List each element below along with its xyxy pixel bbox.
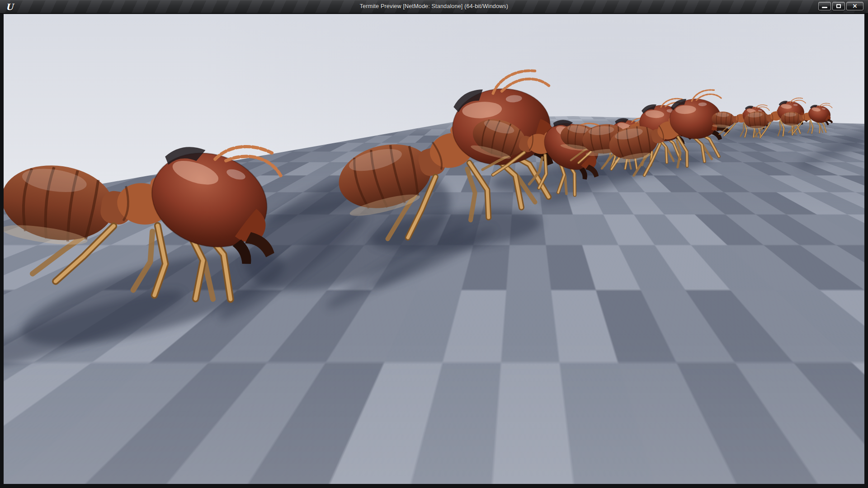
window-frame: U Termite Preview [NetMode: Standalone] …	[0, 0, 868, 488]
maximize-button[interactable]	[832, 2, 845, 10]
close-icon: ✕	[853, 3, 858, 9]
termite-layer	[4, 14, 864, 484]
close-button[interactable]: ✕	[846, 2, 863, 10]
termite	[602, 87, 735, 181]
game-viewport[interactable]	[4, 14, 864, 484]
maximize-icon	[836, 4, 841, 8]
screen: U Termite Preview [NetMode: Standalone] …	[0, 0, 868, 488]
minimize-icon	[822, 7, 827, 8]
minimize-button[interactable]	[818, 2, 831, 10]
titlebar[interactable]: U Termite Preview [NetMode: Standalone] …	[0, 0, 868, 14]
termite	[4, 113, 288, 311]
window-controls: ✕	[818, 2, 863, 10]
window-title: Termite Preview [NetMode: Standalone] (6…	[0, 0, 868, 14]
